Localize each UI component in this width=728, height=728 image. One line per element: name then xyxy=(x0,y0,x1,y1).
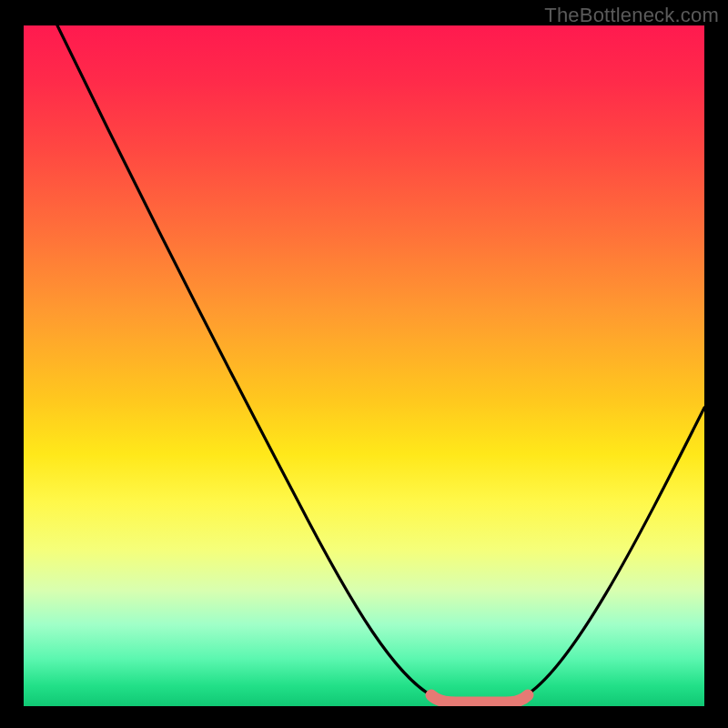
optimal-band-marker xyxy=(431,695,528,703)
chart-frame: TheBottleneck.com xyxy=(0,0,728,728)
watermark-text: TheBottleneck.com xyxy=(544,4,719,27)
plot-gradient-background xyxy=(24,25,704,706)
plot-area-border xyxy=(24,25,704,706)
curve-path xyxy=(57,25,704,703)
bottleneck-curve xyxy=(24,25,704,706)
